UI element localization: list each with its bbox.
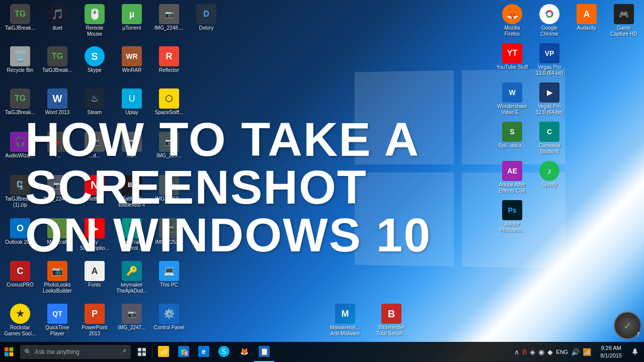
svg-rect-10 — [634, 354, 636, 355]
taskbar-clock[interactable]: 9:28 AM 8/1/2015 — [596, 344, 626, 360]
systray-arrow[interactable]: ∧ — [513, 347, 520, 357]
cortana-mic: 🎤 — [120, 349, 127, 355]
icon-duet[interactable]: 🎵 duet — [39, 2, 75, 39]
icon-img2248[interactable]: 📷 IMG_2248.... — [151, 2, 187, 39]
systray-network[interactable]: 📶 — [582, 347, 592, 357]
taskbar-app-skype[interactable]: S — [214, 342, 234, 362]
overlay-text: HOW TO TAKE A SCREENSHOT ON WINDOWS 10 — [25, 116, 644, 259]
notification-button[interactable] — [626, 342, 644, 362]
icon-keymaker[interactable]: 🔑 keymaker TheApkDud... — [114, 259, 150, 296]
systray-icon1[interactable]: ◈ — [529, 347, 536, 357]
icon-img2247[interactable]: 📷 IMG_2247... — [114, 302, 150, 339]
svg-rect-9 — [142, 352, 146, 356]
taskbar-app-store[interactable]: 🛍️ — [174, 342, 194, 362]
systray-icon2[interactable]: ◉ — [537, 347, 545, 357]
taskbar-divider1 — [152, 346, 152, 358]
systray-keyboard[interactable]: ENG — [555, 348, 569, 356]
svg-rect-3 — [10, 347, 14, 351]
icon-remote-mouse[interactable]: 🖱️ Remote Mouse — [76, 2, 113, 39]
icon-firefox[interactable]: 🦊 Mozilla Firefox — [494, 2, 530, 39]
svg-point-0 — [543, 8, 555, 20]
icon-rockstar[interactable]: ★ Rockstar Games Soci... — [2, 302, 38, 339]
systray-bitdefender[interactable]: B — [521, 347, 528, 357]
icon-this-pc[interactable]: 💻 This PC — [151, 259, 187, 296]
desktop: HOW TO TAKE A SCREENSHOT ON WINDOWS 10 T… — [0, 0, 644, 362]
icon-photolooks[interactable]: 📷 PhotoLooks LooksBuilder — [39, 259, 75, 296]
icon-fonts[interactable]: A Fonts — [76, 259, 113, 296]
svg-rect-6 — [138, 348, 141, 351]
taskbar-app-edge[interactable]: e — [194, 342, 214, 362]
icon-quicktime[interactable]: QT QuickTime Player — [39, 302, 75, 339]
clock-date: 8/1/2015 — [600, 352, 622, 359]
icon-skype[interactable]: S Skype — [76, 44, 113, 75]
taskbar-app-explorer[interactable]: 📁 — [153, 342, 174, 362]
notification-circle[interactable]: ✓ 7 — [614, 312, 641, 339]
icon-audacity[interactable]: A Audacity — [569, 2, 605, 39]
overlay-subtitle: ON WINDOWS 10 — [25, 211, 644, 259]
icon-taigjbreak1[interactable]: TG TaiGJBreak... — [2, 2, 38, 39]
svg-rect-4 — [5, 352, 9, 356]
taskbar: 🔍 Ask me anything 🎤 📁 🛍️ e S — [0, 342, 644, 362]
svg-rect-7 — [142, 348, 146, 351]
icon-bitdefender[interactable]: B Bitdefender Total Securi... — [373, 302, 410, 339]
svg-point-1 — [547, 12, 551, 16]
notif-checkmark: ✓ — [623, 320, 632, 332]
icon-game-capture[interactable]: 🎮 Game Capture HD — [606, 2, 642, 39]
icon-dxtory[interactable]: D Dxtory — [188, 2, 224, 39]
icon-taigjbreak2[interactable]: TG TaiGJBreak... — [39, 44, 75, 75]
task-view-button[interactable] — [133, 342, 151, 362]
clock-time: 9:28 AM — [601, 344, 621, 352]
taskbar-search[interactable]: 🔍 Ask me anything 🎤 — [20, 345, 131, 359]
notif-number: 7 — [636, 332, 639, 337]
start-button[interactable] — [0, 342, 18, 362]
svg-rect-2 — [5, 347, 9, 351]
icon-utorrent[interactable]: µ µTorrent — [114, 2, 150, 39]
icon-reflector[interactable]: R Reflector — [151, 44, 187, 75]
taskbar-app-firefox[interactable]: 🦊 — [234, 342, 254, 362]
icon-chrome[interactable]: Google Chrome — [531, 2, 568, 39]
icon-powerpoint[interactable]: P PowerPoint 2013 — [76, 302, 113, 339]
svg-rect-8 — [138, 352, 141, 356]
search-icon: 🔍 — [24, 348, 32, 355]
svg-rect-5 — [10, 352, 14, 356]
taskbar-systray: ∧ B ◈ ◉ ◆ ENG 🔊 📶 — [513, 347, 596, 357]
icon-recycle-bin[interactable]: 🗑️ Recycle Bin — [2, 44, 38, 75]
taskbar-app-active[interactable]: 📋 — [254, 342, 274, 362]
systray-volume[interactable]: 🔊 — [570, 347, 581, 357]
icon-control-panel[interactable]: ⚙️ Control Panel — [151, 302, 187, 339]
overlay-title: HOW TO TAKE A SCREENSHOT — [25, 116, 644, 211]
icon-cronuspro[interactable]: C CronusPRO — [2, 259, 38, 296]
search-placeholder-text: Ask me anything — [35, 348, 79, 355]
systray-icon3[interactable]: ◆ — [546, 347, 554, 357]
icon-winrar[interactable]: WR WinRAR — [114, 44, 150, 75]
icon-malwarebytes[interactable]: M Malwarebyt... Anti-Malware — [327, 302, 363, 339]
